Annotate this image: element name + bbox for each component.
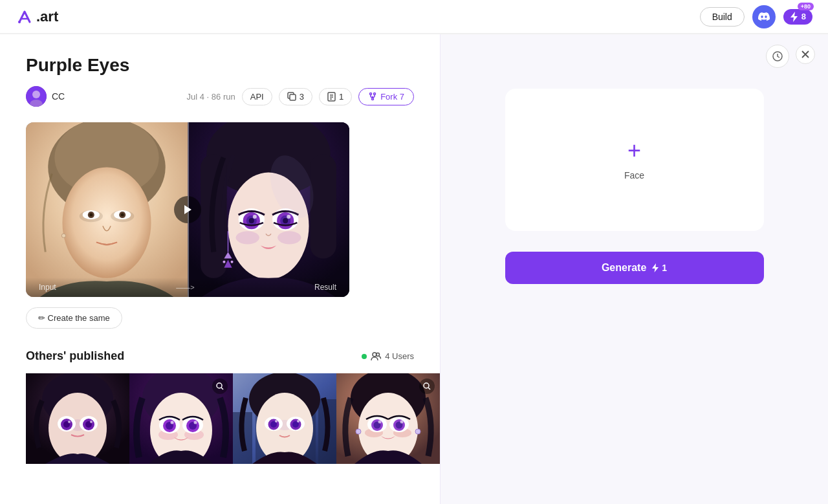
face-anime [188,122,349,297]
zoom-icon-2[interactable] [212,378,228,394]
svg-point-42 [223,261,225,263]
gallery-img-1 [26,373,129,464]
right-panel: + Face Generate 1 [440,34,828,504]
credits-count: 8 [801,12,806,21]
gallery-img-3 [233,373,336,464]
preview-divider [188,122,189,297]
upload-plus-icon: + [627,139,641,162]
author-name: CC [52,91,65,102]
logo-text: .art [36,8,58,25]
copy-icon [287,92,296,101]
gallery-item[interactable] [336,373,440,464]
users-badge: 4 Users [362,351,414,361]
preview-image: Input ——> Result [26,122,349,297]
generate-button[interactable]: Generate 1 [505,252,764,284]
upload-area[interactable]: + Face [505,89,764,231]
gallery-item[interactable] [233,373,336,464]
svg-point-20 [121,214,124,217]
close-icon [801,50,809,58]
doc-icon [327,92,336,102]
generate-label: Generate [602,262,646,274]
upload-face-label: Face [624,170,644,181]
gallery-item[interactable] [26,373,129,464]
zoom-icon-4[interactable] [419,378,435,394]
svg-point-32 [249,218,254,223]
face-anime-svg [188,122,349,297]
section-title: Others' published [26,349,124,363]
svg-point-58 [90,421,93,423]
discord-icon [758,12,770,21]
close-button[interactable] [796,45,815,64]
doc-button[interactable]: 1 [319,88,352,105]
gallery-grid [26,373,440,464]
face-real [26,122,188,297]
gallery-item[interactable] [129,373,233,464]
meta-actions: Jul 4 · 86 run API 3 [187,88,414,105]
svg-point-43 [231,261,234,263]
fork-icon [368,92,377,101]
green-dot [362,354,367,359]
create-same-button[interactable]: ✏ Create the same [26,307,122,329]
svg-point-67 [171,421,174,424]
app-header: .art Build +80 8 [0,0,828,34]
face-real-svg [26,122,188,297]
section-header: Others' published 4 Users [26,349,414,363]
generate-cost: 1 [651,263,667,273]
logo[interactable]: .art [16,8,58,26]
preview-image-container: Input ——> Result [26,122,349,297]
avatar [26,86,47,107]
svg-rect-4 [290,94,296,100]
svg-point-95 [415,429,420,434]
preview-left [26,122,188,297]
svg-point-54 [68,421,71,423]
svg-point-6 [370,93,372,95]
svg-point-94 [356,429,361,434]
svg-point-72 [217,383,222,388]
main-container: Purple Eyes CC Jul 4 · 86 run API [0,34,828,504]
svg-point-84 [275,420,278,422]
svg-point-2 [32,91,40,98]
credits-plus-label: +80 [798,3,814,10]
svg-point-12 [62,167,151,278]
zoom-icon [216,382,224,390]
author-row: CC Jul 4 · 86 run API 3 [26,86,414,107]
fork-button[interactable]: Fork 7 [358,88,414,105]
credits-badge[interactable]: +80 8 [783,9,812,25]
svg-rect-25 [310,154,336,258]
header-actions: Build +80 8 [700,5,812,28]
svg-point-99 [378,421,382,424]
svg-point-0 [18,21,21,23]
input-label: Input [39,283,56,292]
svg-point-7 [374,93,376,95]
users-count: 4 Users [385,351,414,361]
lightning-icon [790,12,799,22]
meta-date: Jul 4 · 86 run [187,92,235,102]
svg-point-8 [372,98,374,100]
svg-point-21 [61,234,65,237]
api-button[interactable]: API [242,88,272,105]
history-icon [772,51,783,61]
logo-icon [16,8,34,26]
left-panel: Purple Eyes CC Jul 4 · 86 run API [0,34,440,504]
svg-point-46 [376,353,380,356]
svg-point-27 [236,231,259,244]
result-label: Result [314,283,336,292]
discord-button[interactable] [752,5,776,28]
svg-point-88 [297,420,300,422]
author-info: CC [26,86,65,107]
lightning-small-icon [651,263,659,272]
build-button[interactable]: Build [700,7,745,27]
svg-point-33 [253,215,257,219]
page-title: Purple Eyes [26,55,414,76]
avatar-image [26,86,47,107]
svg-point-28 [278,231,301,244]
arrow-label: ——> [176,283,194,291]
svg-point-37 [283,218,288,223]
users-icon [371,352,381,361]
zoom-icon [423,382,431,390]
svg-point-71 [194,421,197,424]
svg-point-17 [89,214,93,217]
svg-point-103 [400,421,404,424]
history-button[interactable] [766,45,789,68]
copy-button[interactable]: 3 [279,88,312,105]
